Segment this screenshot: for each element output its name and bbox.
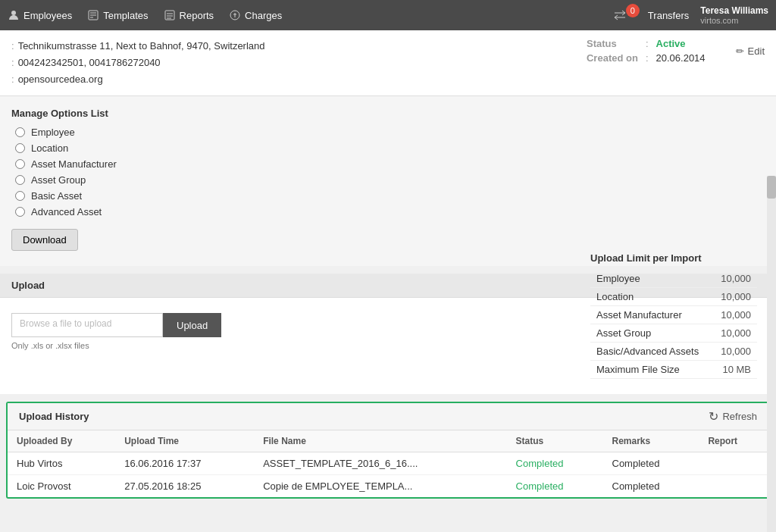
limit-max-file-label: Maximum File Size	[590, 361, 712, 379]
row1-remarks: Completed	[603, 452, 699, 475]
option-asset-manufacturer-radio[interactable]	[15, 159, 25, 169]
user-domain: virtos.com	[700, 16, 768, 25]
status-block: Status Created on : : Active 20.06.2014	[587, 38, 706, 64]
pencil-icon: ✏	[736, 45, 744, 57]
top-navigation: Employees Templates Reports Charges 0 Tr…	[0, 0, 776, 30]
phone-colon: :	[11, 55, 14, 71]
limit-row-location: Location 10,000	[590, 288, 757, 306]
status-label: Status	[587, 38, 638, 49]
option-asset-manufacturer-label: Asset Manufacturer	[31, 158, 117, 170]
nav-templates[interactable]: Templates	[87, 9, 148, 21]
option-employee[interactable]: Employee	[15, 127, 765, 138]
charges-icon	[229, 9, 241, 21]
edit-button[interactable]: ✏ Edit	[736, 45, 765, 57]
upload-history-section: Upload History ↻ Refresh Uploaded By Upl…	[6, 402, 770, 499]
transfers-icon	[613, 9, 627, 21]
status-section: Status Created on : : Active 20.06.2014 …	[587, 38, 765, 64]
limit-employee-value: 10,000	[712, 270, 757, 288]
limit-row-asset-manufacturer: Asset Manufacturer 10,000	[590, 306, 757, 324]
col-file-name: File Name	[254, 430, 506, 452]
option-asset-group-label: Asset Group	[31, 174, 86, 186]
row2-file-name: Copie de EMPLOYEE_TEMPLA...	[254, 475, 506, 498]
nav-items: Employees Templates Reports Charges	[8, 9, 282, 21]
limit-row-employee: Employee 10,000	[590, 270, 757, 288]
nav-charges[interactable]: Charges	[229, 9, 282, 21]
option-location-label: Location	[31, 142, 68, 154]
user-name: Teresa Williams	[700, 5, 768, 16]
limit-basic-advanced-value: 10,000	[712, 343, 757, 361]
reports-icon	[164, 9, 176, 21]
option-asset-group[interactable]: Asset Group	[15, 174, 765, 186]
row1-status: Completed	[507, 452, 603, 475]
limit-asset-manufacturer-value: 10,000	[712, 306, 757, 324]
created-label: Created on	[587, 52, 638, 64]
download-button[interactable]: Download	[11, 229, 78, 251]
upload-button[interactable]: Upload	[163, 313, 221, 337]
nav-transfers[interactable]: 0 Transfers	[613, 8, 689, 22]
option-advanced-asset-radio[interactable]	[15, 207, 25, 217]
col-report: Report	[699, 430, 768, 452]
info-bar: : Technikumstrasse 11, Next to Bahnof, 9…	[0, 30, 776, 96]
table-row: Loic Provost 27.05.2016 18:25 Copie de E…	[8, 475, 768, 498]
templates-icon	[87, 9, 99, 21]
limit-location-label: Location	[590, 288, 712, 306]
created-value: 20.06.2014	[656, 52, 706, 64]
history-title: Upload History	[19, 411, 89, 422]
refresh-button[interactable]: ↻ Refresh	[709, 409, 757, 424]
option-basic-asset[interactable]: Basic Asset	[15, 190, 765, 202]
table-row: Hub Virtos 16.06.2016 17:37 ASSET_TEMPLA…	[8, 452, 768, 475]
limit-location-value: 10,000	[712, 288, 757, 306]
svg-point-0	[11, 11, 16, 15]
file-input-display: Browse a file to upload	[11, 313, 163, 337]
nav-reports[interactable]: Reports	[164, 9, 214, 21]
row1-upload-time: 16.06.2016 17:37	[115, 452, 254, 475]
main-content: Manage Options List Employee Location As…	[0, 96, 776, 532]
option-basic-asset-radio[interactable]	[15, 191, 25, 201]
upload-section-title: Upload	[11, 280, 45, 291]
option-asset-manufacturer[interactable]: Asset Manufacturer	[15, 158, 765, 170]
options-list: Employee Location Asset Manufacturer Ass…	[11, 127, 765, 217]
nav-employees[interactable]: Employees	[8, 9, 72, 21]
upload-body: Browse a file to upload Upload Only .xls…	[0, 298, 776, 394]
limit-asset-group-value: 10,000	[712, 324, 757, 343]
company-email: opensourcedea.org	[18, 71, 103, 88]
limit-table: Employee 10,000 Location 10,000 Asset Ma…	[590, 270, 757, 379]
limit-asset-manufacturer-label: Asset Manufacturer	[590, 306, 712, 324]
limit-basic-advanced-label: Basic/Advanced Assets	[590, 343, 712, 361]
upload-controls: Browse a file to upload Upload	[11, 313, 221, 337]
limit-row-basic-advanced: Basic/Advanced Assets 10,000	[590, 343, 757, 361]
status-value: Active	[656, 38, 706, 49]
history-header: Upload History ↻ Refresh	[8, 403, 768, 430]
option-location[interactable]: Location	[15, 142, 765, 154]
row2-report	[699, 475, 768, 498]
col-uploaded-by: Uploaded By	[8, 430, 115, 452]
status-colon: :	[646, 38, 649, 49]
limit-title: Upload Limit per Import	[590, 252, 757, 264]
option-employee-label: Employee	[31, 127, 75, 138]
transfers-badge: 0	[626, 4, 640, 17]
limit-asset-group-label: Asset Group	[590, 324, 712, 343]
limit-row-asset-group: Asset Group 10,000	[590, 324, 757, 343]
history-table-body: Hub Virtos 16.06.2016 17:37 ASSET_TEMPLA…	[8, 452, 768, 498]
nav-right: 0 Transfers Teresa Williams virtos.com	[613, 5, 768, 25]
file-hint: Only .xls or .xlsx files	[11, 341, 221, 350]
nav-reports-label: Reports	[180, 10, 214, 21]
company-info: : Technikumstrasse 11, Next to Bahnof, 9…	[11, 38, 265, 88]
upload-section: Upload Browse a file to upload Upload On…	[0, 274, 776, 394]
history-table-head: Uploaded By Upload Time File Name Status…	[8, 430, 768, 452]
nav-employees-label: Employees	[23, 10, 72, 21]
scrollbar-thumb[interactable]	[767, 176, 776, 199]
refresh-label: Refresh	[722, 411, 757, 422]
address-colon: :	[11, 38, 14, 55]
option-advanced-asset[interactable]: Advanced Asset	[15, 206, 765, 217]
refresh-icon: ↻	[709, 409, 718, 424]
row2-remarks: Completed	[603, 475, 699, 498]
option-asset-group-radio[interactable]	[15, 175, 25, 185]
created-colon: :	[646, 52, 649, 64]
row1-uploaded-by: Hub Virtos	[8, 452, 115, 475]
col-remarks: Remarks	[603, 430, 699, 452]
option-location-radio[interactable]	[15, 143, 25, 153]
option-employee-radio[interactable]	[15, 127, 25, 137]
email-colon: :	[11, 71, 14, 88]
scrollbar-track[interactable]	[767, 176, 776, 532]
